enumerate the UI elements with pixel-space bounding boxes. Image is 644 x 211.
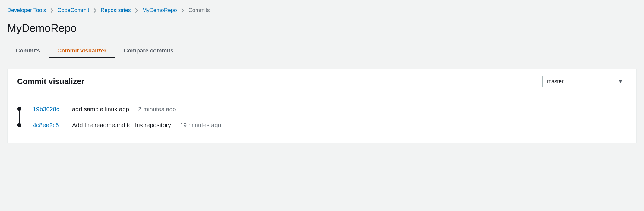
commit-message: add sample linux app: [72, 106, 129, 113]
breadcrumb: Developer Tools CodeCommit Repositories …: [7, 7, 637, 14]
tab-compare-commits[interactable]: Compare commits: [115, 44, 182, 58]
graph-node-icon: [17, 107, 21, 111]
page-title: MyDemoRepo: [7, 22, 637, 35]
branch-select[interactable]: master: [542, 76, 627, 87]
graph-node-icon: [17, 123, 21, 127]
commit-time: 19 minutes ago: [180, 122, 221, 129]
commit-row: 4c8ee2c5 Add the readme.md to this repos…: [33, 122, 221, 129]
breadcrumb-repositories[interactable]: Repositories: [101, 7, 131, 14]
breadcrumb-mydemorepo[interactable]: MyDemoRepo: [142, 7, 177, 14]
chevron-right-icon: [135, 8, 138, 13]
breadcrumb-codecommit[interactable]: CodeCommit: [58, 7, 89, 14]
breadcrumb-developer-tools[interactable]: Developer Tools: [7, 7, 46, 14]
commit-hash-link[interactable]: 4c8ee2c5: [33, 122, 63, 129]
chevron-right-icon: [50, 8, 53, 13]
commit-graph: 19b3028c add sample linux app 2 minutes …: [17, 106, 627, 129]
tabs: Commits Commit visualizer Compare commit…: [7, 44, 637, 58]
panel-header: Commit visualizer master: [8, 69, 636, 94]
tab-commits[interactable]: Commits: [7, 44, 49, 58]
chevron-right-icon: [181, 8, 184, 13]
chevron-right-icon: [93, 8, 96, 13]
commit-message: Add the readme.md to this repository: [72, 122, 171, 129]
graph-line: [17, 106, 21, 129]
dropdown-icon: [619, 80, 622, 83]
branch-select-value: master: [547, 78, 564, 85]
panel-body: 19b3028c add sample linux app 2 minutes …: [8, 94, 636, 143]
breadcrumb-commits: Commits: [188, 7, 210, 14]
commit-visualizer-panel: Commit visualizer master 19b3028c ad: [7, 69, 637, 143]
panel-title: Commit visualizer: [17, 77, 84, 86]
tab-commit-visualizer[interactable]: Commit visualizer: [49, 44, 115, 58]
commit-row: 19b3028c add sample linux app 2 minutes …: [33, 106, 221, 113]
commit-hash-link[interactable]: 19b3028c: [33, 106, 63, 113]
commit-time: 2 minutes ago: [138, 106, 176, 113]
